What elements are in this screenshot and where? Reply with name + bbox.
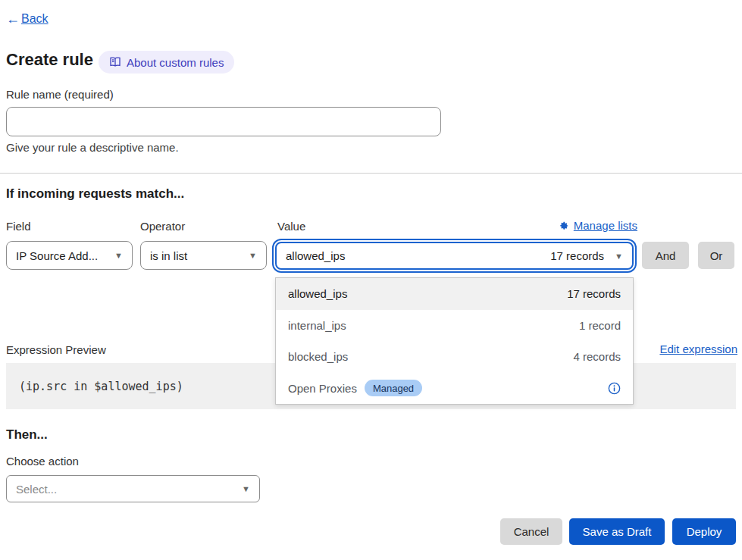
about-custom-rules-link[interactable]: About custom rules	[99, 51, 234, 74]
value-label: Value	[277, 220, 305, 233]
operator-select[interactable]: is in list ▼	[140, 241, 267, 270]
rule-name-label: Rule name (required)	[6, 88, 114, 101]
operator-select-value: is in list	[150, 249, 187, 262]
manage-lists-label: Manage lists	[574, 219, 637, 232]
chevron-down-icon: ▼	[242, 484, 250, 493]
list-item-name: Open Proxies	[288, 382, 357, 395]
and-button[interactable]: And	[642, 242, 689, 269]
expression-code: (ip.src in $allowed_ips)	[19, 380, 183, 393]
back-label: Back	[21, 12, 49, 26]
back-arrow-icon: ←	[6, 12, 20, 26]
deploy-button[interactable]: Deploy	[672, 518, 736, 545]
rule-name-input[interactable]	[6, 107, 441, 136]
cancel-button[interactable]: Cancel	[500, 518, 562, 545]
value-select-value: allowed_ips	[286, 249, 345, 262]
field-label: Field	[6, 220, 31, 233]
value-select-count: 17 records	[550, 249, 604, 262]
choose-action-label: Choose action	[6, 455, 79, 468]
list-item-count: 4 records	[573, 350, 621, 363]
or-button[interactable]: Or	[698, 242, 734, 269]
list-item-name: blocked_ips	[288, 350, 348, 363]
list-item-name: allowed_ips	[288, 287, 347, 300]
operator-label: Operator	[140, 220, 185, 233]
list-item-internal-ips[interactable]: internal_ips 1 record	[276, 310, 633, 342]
info-icon[interactable]	[608, 382, 621, 395]
chevron-down-icon: ▼	[615, 252, 623, 261]
page-title: Create rule	[6, 50, 93, 70]
manage-lists-link[interactable]: Manage lists	[559, 219, 637, 232]
list-item-count: 1 record	[579, 319, 621, 332]
chevron-down-icon: ▼	[114, 251, 123, 260]
save-draft-button[interactable]: Save as Draft	[569, 518, 665, 545]
list-item-count: 17 records	[567, 287, 621, 300]
list-item-blocked-ips[interactable]: blocked_ips 4 records	[276, 341, 633, 373]
list-item-name: internal_ips	[288, 319, 346, 332]
match-section-heading: If incoming requests match...	[6, 186, 184, 202]
then-heading: Then...	[6, 427, 48, 443]
edit-expression-link[interactable]: Edit expression	[659, 343, 737, 355]
back-link[interactable]: ← Back	[6, 12, 49, 26]
expression-preview-label: Expression Preview	[6, 343, 106, 356]
list-item-allowed-ips[interactable]: allowed_ips 17 records	[276, 278, 633, 310]
action-select[interactable]: Select... ▼	[6, 475, 260, 502]
action-select-placeholder: Select...	[16, 483, 57, 496]
list-item-open-proxies[interactable]: Open Proxies Managed	[276, 373, 633, 405]
value-select[interactable]: allowed_ips 17 records ▼	[275, 242, 634, 270]
about-custom-rules-label: About custom rules	[127, 56, 224, 69]
gear-icon	[559, 221, 569, 231]
book-icon	[109, 57, 121, 67]
rule-name-helper: Give your rule a descriptive name.	[6, 141, 179, 154]
managed-badge: Managed	[365, 380, 422, 396]
field-select[interactable]: IP Source Add... ▼	[6, 241, 133, 270]
field-select-value: IP Source Add...	[16, 249, 98, 262]
value-dropdown-panel: allowed_ips 17 records internal_ips 1 re…	[275, 277, 634, 405]
chevron-down-icon: ▼	[249, 251, 257, 260]
section-divider	[0, 173, 742, 174]
